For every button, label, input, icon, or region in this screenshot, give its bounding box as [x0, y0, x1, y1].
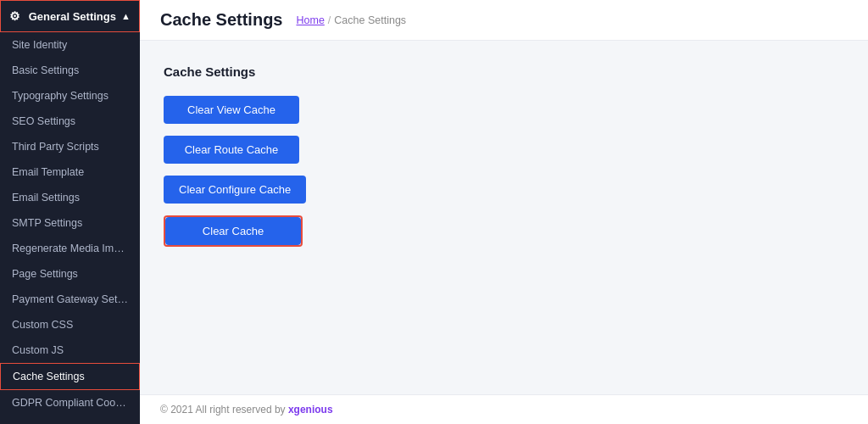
- sidebar-item-email-template[interactable]: Email Template: [0, 159, 140, 185]
- sidebar-item-email-settings[interactable]: Email Settings: [0, 185, 140, 210]
- clear-configure-cache-button[interactable]: Clear Configure Cache: [164, 176, 306, 204]
- sidebar-header-label: General Settings: [29, 10, 116, 23]
- sidebar-item-regenerate-media-image[interactable]: Regenerate Media Image: [0, 236, 140, 261]
- sidebar-header[interactable]: ⚙ General Settings ▲: [0, 0, 140, 32]
- clear-route-cache-button[interactable]: Clear Route Cache: [164, 136, 299, 164]
- footer-text: © 2021 All right reserved by: [160, 404, 288, 416]
- sidebar-item-custom-js[interactable]: Custom JS: [0, 338, 140, 363]
- sidebar-item-payment-gateway-settings[interactable]: Payment Gateway Settings: [0, 287, 140, 312]
- sidebar-item-smtp-settings[interactable]: SMTP Settings: [0, 210, 140, 236]
- section-title: Cache Settings: [164, 64, 844, 79]
- sidebar-item-site-identity[interactable]: Site Identity: [0, 32, 140, 58]
- topbar: Cache Settings Home / Cache Settings: [140, 0, 868, 41]
- sidebar-items-container: Site IdentityBasic SettingsTypography Se…: [0, 32, 140, 424]
- clear-view-cache-button[interactable]: Clear View Cache: [164, 96, 299, 124]
- sidebar-item-gdpr-compliant-cookies-settings[interactable]: GDPR Compliant Cookies Settings: [0, 390, 140, 416]
- gear-icon: ⚙: [9, 9, 20, 23]
- sidebar-item-seo-settings[interactable]: SEO Settings: [0, 109, 140, 134]
- sidebar-item-custom-css[interactable]: Custom CSS: [0, 312, 140, 338]
- breadcrumb: Home / Cache Settings: [296, 14, 406, 26]
- footer-brand-link[interactable]: xgenious: [288, 404, 333, 416]
- footer: © 2021 All right reserved by xgenious: [140, 394, 868, 424]
- clear-cache-button[interactable]: Clear Cache: [165, 217, 301, 245]
- sidebar-item-third-party-scripts[interactable]: Third Party Scripts: [0, 134, 140, 159]
- sidebar-item-preloader-settings[interactable]: Preloader Settings: [0, 416, 140, 424]
- breadcrumb-current: Cache Settings: [334, 14, 406, 26]
- sidebar-item-cache-settings[interactable]: Cache Settings: [0, 363, 140, 390]
- sidebar: ⚙ General Settings ▲ Site IdentityBasic …: [0, 0, 140, 424]
- cache-buttons-container: Clear View CacheClear Route CacheClear C…: [164, 96, 844, 259]
- sidebar-item-basic-settings[interactable]: Basic Settings: [0, 58, 140, 83]
- breadcrumb-separator: /: [328, 14, 331, 26]
- sidebar-item-typography-settings[interactable]: Typography Settings: [0, 83, 140, 109]
- sidebar-item-page-settings[interactable]: Page Settings: [0, 261, 140, 287]
- clear-cache-button-wrapper: Clear Cache: [164, 215, 303, 247]
- chevron-up-icon: ▲: [121, 11, 131, 21]
- page-title: Cache Settings: [160, 10, 282, 30]
- content-area: Cache Settings Clear View CacheClear Rou…: [140, 41, 868, 394]
- breadcrumb-home[interactable]: Home: [296, 14, 324, 26]
- main-area: Cache Settings Home / Cache Settings Cac…: [140, 0, 868, 424]
